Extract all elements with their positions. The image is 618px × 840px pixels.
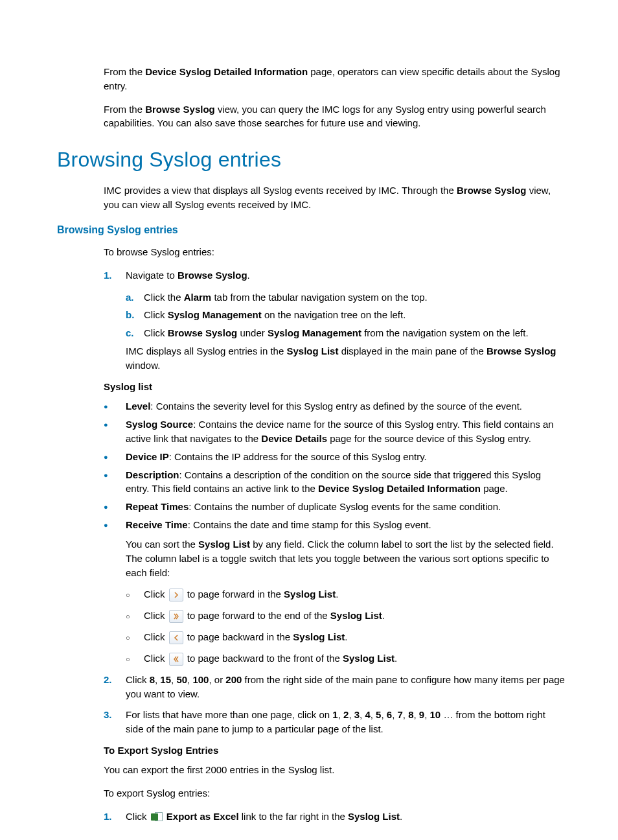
bold: Level [126, 401, 150, 412]
text: from the navigation system on the left. [361, 327, 529, 338]
bullet-icon: ● [104, 518, 126, 532]
text: , [424, 709, 429, 720]
text: . [400, 811, 402, 822]
list-item: ● Syslog Source: Contains the device nam… [104, 417, 565, 446]
list-number: a. [126, 290, 144, 305]
list-item: ● Receive Time: Contains the date and ti… [104, 518, 565, 532]
text: Click [144, 589, 168, 600]
bullet-list: ● Level: Contains the severity level for… [104, 399, 565, 532]
text: Click [144, 631, 168, 642]
export-para-1: You can export the first 2000 entries in… [104, 763, 565, 777]
bold: 7 [397, 709, 402, 720]
list-text: Navigate to Browse Syslog. [126, 268, 565, 283]
bold: Browse Syslog [457, 185, 527, 196]
bold: 200 [225, 674, 242, 685]
pager-list: ○ Click to page forward in the Syslog Li… [126, 587, 565, 666]
bold: 100 [192, 674, 209, 685]
list-item: 1. Navigate to Browse Syslog. [104, 268, 565, 283]
bold: 9 [419, 709, 424, 720]
bold: Export as Excel [166, 811, 239, 822]
text: IMC provides a view that displays all Sy… [104, 185, 457, 196]
text: Click [126, 811, 150, 822]
list-text: Receive Time: Contains the date and time… [126, 518, 565, 532]
bold: Syslog Source [126, 419, 193, 430]
intro-para-1: From the Device Syslog Detailed Informat… [104, 65, 565, 93]
page-last-icon [169, 610, 183, 623]
bold: Receive Time [126, 519, 188, 530]
ordered-list: 1. Navigate to Browse Syslog. [104, 268, 565, 283]
text: : Contains the IP address for the source… [169, 451, 427, 462]
bullet-icon: ● [104, 450, 126, 464]
list-number: 1. [104, 810, 126, 824]
text: window. [126, 360, 160, 371]
ordered-sublist: a. Click the Alarm tab from the tabular … [126, 290, 565, 340]
list-number: 2. [104, 673, 126, 701]
circle-icon: ○ [126, 609, 144, 624]
ordered-list: 2. Click 8, 15, 50, 100, or 200 from the… [104, 673, 565, 736]
bold: Device Details [261, 433, 327, 444]
text: , [349, 709, 354, 720]
bold: 15 [160, 674, 171, 685]
bold: 3 [354, 709, 360, 720]
bold: 6 [387, 709, 392, 720]
list-text: Click Syslog Management on the navigatio… [144, 308, 565, 322]
list-text: Repeat Times: Contains the number of dup… [126, 500, 565, 514]
bold: 1 [332, 709, 338, 720]
list-text: Syslog Source: Contains the device name … [126, 417, 565, 446]
list-item: ○ Click to page forward in the Syslog Li… [126, 587, 565, 602]
bold: 8 [408, 709, 413, 720]
list-item: b. Click Syslog Management on the naviga… [126, 308, 565, 322]
bold: Syslog List [348, 811, 400, 822]
bold: 8 [150, 674, 155, 685]
text: under [237, 327, 268, 338]
text: displayed in the main pane of the [338, 345, 486, 356]
text: From the [104, 104, 145, 115]
text: , [338, 709, 343, 720]
list-text: Level: Contains the severity level for t… [126, 399, 565, 414]
bold: Browse Syslog [145, 104, 215, 115]
list-item: ● Device IP: Contains the IP address for… [104, 450, 565, 464]
text: to page forward to the end of the [187, 610, 330, 621]
text: , [371, 709, 376, 720]
intro-para-2: From the Browse Syslog view, you can que… [104, 102, 565, 131]
document-page: From the Device Syslog Detailed Informat… [0, 0, 618, 840]
text: . [395, 653, 397, 664]
text: . [336, 589, 338, 600]
bold: Syslog Management [168, 309, 262, 320]
list-text: Click the Alarm tab from the tabular nav… [144, 290, 565, 305]
excel-icon [151, 812, 163, 822]
text: Click [144, 653, 168, 664]
text: Click the [144, 292, 184, 303]
list-text: Click to page backward in the Syslog Lis… [144, 630, 565, 644]
text: For lists that have more than one page, … [126, 709, 332, 720]
text: Click [144, 309, 168, 320]
bold: Alarm [184, 292, 212, 303]
text: , [403, 709, 408, 720]
after-sublist-para: IMC displays all Syslog entries in the S… [126, 344, 565, 373]
list-text: For lists that have more than one page, … [126, 708, 565, 736]
list-text: Click 8, 15, 50, 100, or 200 from the ri… [126, 673, 565, 701]
list-text: Click Export as Excel link to the far ri… [126, 810, 565, 824]
bold: Browse Syslog [486, 345, 556, 356]
text: link to the far right in the [239, 811, 348, 822]
export-header: To Export Syslog Entries [104, 743, 565, 758]
list-text: Description: Contains a description of t… [126, 468, 565, 496]
text: to page backward to the front of the [187, 653, 343, 664]
bold: Description [126, 469, 179, 480]
text: Navigate to [126, 270, 177, 281]
list-item: ○ Click to page forward to the end of th… [126, 609, 565, 624]
page-backward-icon [169, 631, 183, 644]
list-number: 3. [104, 708, 126, 736]
bold: Syslog List [286, 345, 338, 356]
list-text: Click Browse Syslog under Syslog Managem… [144, 326, 565, 340]
subsection-heading: Browsing Syslog entries [57, 222, 565, 237]
text: on the navigation tree on the left. [262, 309, 406, 320]
text: . [247, 270, 250, 281]
page-first-icon [169, 653, 183, 666]
export-para-2: To export Syslog entries: [104, 786, 565, 800]
intro2-para: IMC provides a view that displays all Sy… [104, 183, 565, 212]
list-number: 1. [104, 268, 126, 283]
bold: 50 [176, 674, 187, 685]
list-text: Click to page backward to the front of t… [144, 651, 565, 666]
list-item: ○ Click to page backward to the front of… [126, 651, 565, 666]
